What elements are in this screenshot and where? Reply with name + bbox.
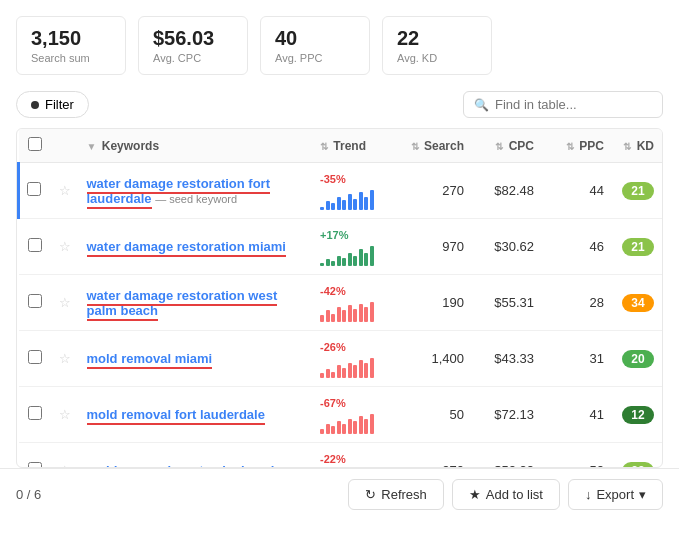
cpc-sort-icon: ⇅ <box>495 141 503 152</box>
chart-bar <box>342 368 346 378</box>
chart-bar <box>320 207 324 210</box>
table-row: ☆ mold removal west palm beach -22% 270 … <box>19 443 663 469</box>
row-search: 190 <box>402 275 472 331</box>
kd-sort-icon: ⇅ <box>623 141 631 152</box>
stat-avg-ppc-value: 40 <box>275 27 355 50</box>
chart-bar <box>348 363 352 378</box>
row-cpc: $43.33 <box>472 331 542 387</box>
keyword-link[interactable]: mold removal fort lauderdale <box>87 407 265 425</box>
chart-bar <box>359 192 363 210</box>
header-star <box>51 129 79 163</box>
row-checkbox-cell <box>19 219 51 275</box>
filter-button[interactable]: Filter <box>16 91 89 118</box>
header-ppc[interactable]: ⇅ PPC <box>542 129 612 163</box>
row-checkbox[interactable] <box>27 182 41 196</box>
star-icon[interactable]: ☆ <box>59 239 71 254</box>
chart-bar <box>342 310 346 322</box>
chart-bar <box>359 304 363 322</box>
kd-badge: 21 <box>622 238 654 256</box>
chart-bar <box>348 194 352 210</box>
row-search: 270 <box>402 443 472 469</box>
row-checkbox[interactable] <box>28 238 42 252</box>
chart-bar <box>370 414 374 434</box>
row-star-cell: ☆ <box>51 443 79 469</box>
chart-bar <box>364 197 368 210</box>
keyword-link[interactable]: water damage restoration west palm beach <box>87 288 278 321</box>
row-search: 50 <box>402 387 472 443</box>
add-to-list-button[interactable]: ★ Add to list <box>452 479 560 510</box>
table-row: ☆ mold removal miami -26% 1,400 $43.33 3… <box>19 331 663 387</box>
search-sort-icon: ⇅ <box>411 141 419 152</box>
mini-chart <box>320 300 394 322</box>
stat-search-sum-label: Search sum <box>31 52 111 64</box>
toolbar: Filter 🔍 <box>16 91 663 118</box>
star-icon[interactable]: ☆ <box>59 295 71 310</box>
export-button[interactable]: ↓ Export ▾ <box>568 479 663 510</box>
row-kd: 34 <box>612 275 662 331</box>
row-search: 270 <box>402 163 472 219</box>
table-header-row: ▼ Keywords ⇅ Trend ⇅ Search ⇅ CPC ⇅ PP <box>19 129 663 163</box>
refresh-button[interactable]: ↻ Refresh <box>348 479 444 510</box>
row-checkbox[interactable] <box>28 350 42 364</box>
star-icon[interactable]: ☆ <box>59 183 71 198</box>
row-keyword: water damage restoration fort lauderdale… <box>79 163 313 219</box>
footer-actions: ↻ Refresh ★ Add to list ↓ Export ▾ <box>348 479 663 510</box>
header-kd[interactable]: ⇅ KD <box>612 129 662 163</box>
stat-avg-kd-value: 22 <box>397 27 477 50</box>
chart-bar <box>326 201 330 210</box>
row-ppc: 44 <box>542 163 612 219</box>
row-cpc: $72.13 <box>472 387 542 443</box>
chart-bar <box>337 256 341 266</box>
row-checkbox-cell <box>19 275 51 331</box>
table-row: ☆ water damage restoration miami +17% 97… <box>19 219 663 275</box>
chart-bar <box>348 305 352 322</box>
header-keywords[interactable]: ▼ Keywords <box>79 129 313 163</box>
stat-avg-cpc: $56.03 Avg. CPC <box>138 16 248 75</box>
refresh-label: Refresh <box>381 487 427 502</box>
chart-bar <box>370 246 374 266</box>
stat-avg-cpc-value: $56.03 <box>153 27 233 50</box>
keywords-table-wrapper: ▼ Keywords ⇅ Trend ⇅ Search ⇅ CPC ⇅ PP <box>16 128 663 468</box>
header-search[interactable]: ⇅ Search <box>402 129 472 163</box>
chart-bar <box>370 358 374 378</box>
refresh-icon: ↻ <box>365 487 376 502</box>
row-trend: -22% <box>312 443 402 469</box>
chart-bar <box>337 307 341 322</box>
export-icon: ↓ <box>585 487 592 502</box>
keyword-link[interactable]: water damage restoration miami <box>87 239 286 257</box>
select-all-checkbox[interactable] <box>28 137 42 151</box>
header-trend[interactable]: ⇅ Trend <box>312 129 402 163</box>
row-keyword: mold removal west palm beach <box>79 443 313 469</box>
header-cpc[interactable]: ⇅ CPC <box>472 129 542 163</box>
chart-bar <box>337 421 341 434</box>
star-icon[interactable]: ☆ <box>59 351 71 366</box>
keyword-link[interactable]: mold removal miami <box>87 351 213 369</box>
chart-bar <box>353 256 357 266</box>
star-icon[interactable]: ☆ <box>59 407 71 422</box>
stat-avg-kd-label: Avg. KD <box>397 52 477 64</box>
row-checkbox[interactable] <box>28 406 42 420</box>
add-to-list-icon: ★ <box>469 487 481 502</box>
table-body: ☆ water damage restoration fort lauderda… <box>19 163 663 469</box>
chart-bar <box>370 190 374 210</box>
chart-bar <box>370 302 374 322</box>
row-ppc: 46 <box>542 219 612 275</box>
row-checkbox[interactable] <box>28 294 42 308</box>
search-input[interactable] <box>495 97 652 112</box>
row-star-cell: ☆ <box>51 331 79 387</box>
trend-value: -22% <box>320 453 346 465</box>
row-star-cell: ☆ <box>51 275 79 331</box>
chart-bar <box>353 365 357 378</box>
chart-bar <box>331 426 335 434</box>
ppc-sort-icon: ⇅ <box>566 141 574 152</box>
chart-bar <box>320 263 324 266</box>
chart-bar <box>326 259 330 266</box>
row-kd: 12 <box>612 387 662 443</box>
chart-bar <box>337 197 341 210</box>
trend-value: -35% <box>320 173 346 185</box>
search-icon: 🔍 <box>474 98 489 112</box>
chart-bar <box>364 419 368 434</box>
chart-bar <box>364 307 368 322</box>
chart-bar <box>320 429 324 434</box>
row-keyword: water damage restoration miami <box>79 219 313 275</box>
